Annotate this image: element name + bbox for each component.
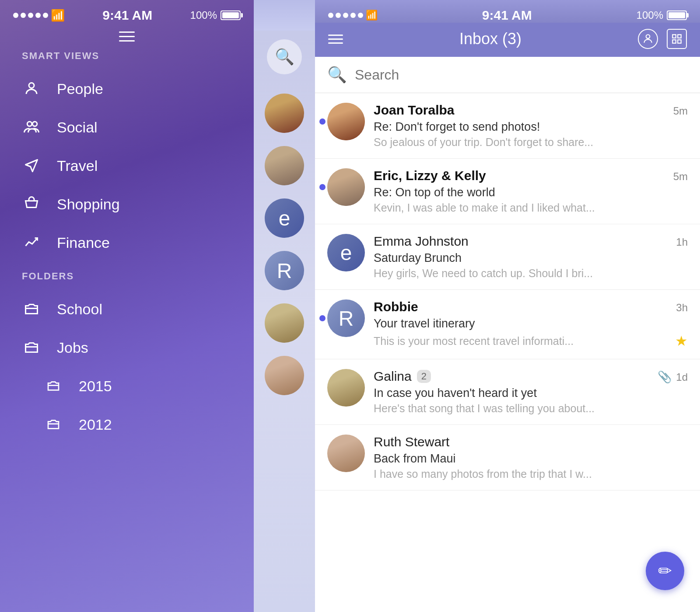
svg-point-1	[27, 122, 32, 126]
joan-top-row: Joan Toralba 5m	[374, 103, 688, 118]
battery-fill	[222, 12, 239, 18]
left-status-right: 100%	[190, 9, 241, 21]
galina-sender: Galina	[374, 369, 412, 384]
email-item-eric[interactable]: Eric, Lizzy & Kelly 5m Re: On top of the…	[315, 159, 700, 224]
robbie-unread-wrap: R	[327, 299, 365, 337]
wifi-icon: 📶	[51, 9, 65, 22]
shopping-icon	[22, 195, 41, 214]
middle-avatar-eric[interactable]	[265, 146, 304, 185]
r-dot2	[336, 13, 341, 18]
galina-top-row: Galina 2 📎 1d	[374, 369, 688, 384]
middle-avatar-emma[interactable]: e	[265, 198, 304, 238]
inbox-nav-row: Inbox (3)	[315, 23, 700, 57]
search-input[interactable]	[355, 67, 688, 83]
robbie-time: 3h	[676, 302, 688, 314]
joan-sender: Joan Toralba	[374, 103, 454, 118]
middle-avatar-ruth[interactable]	[265, 356, 304, 395]
dot1	[13, 13, 18, 18]
galina-attach-icon: 📎	[658, 370, 672, 384]
folder-2012-icon	[44, 415, 63, 434]
email-item-ruth[interactable]: Ruth Stewart Back from Maui I have so ma…	[315, 425, 700, 490]
emma-preview: Hey girls, We need to catch up. Should I…	[374, 267, 688, 280]
galina-right: 📎 1d	[658, 370, 688, 384]
eric-avatar	[327, 168, 365, 206]
svg-rect-10	[672, 40, 676, 43]
middle-status-bar	[254, 0, 315, 31]
search-bar: 🔍	[315, 57, 700, 93]
eric-unread-dot	[319, 184, 326, 190]
galina-thread-count: 2	[417, 370, 431, 383]
galina-wrap	[327, 369, 365, 407]
ruth-top-row: Ruth Stewart	[374, 435, 688, 449]
robbie-subject: Your travel itinerary	[374, 317, 688, 330]
compose-button[interactable]: ✏	[646, 552, 684, 590]
spacer	[0, 262, 254, 271]
profile-button[interactable]	[638, 29, 658, 49]
middle-panel: 🔍 e R	[254, 0, 315, 612]
right-battery-fill	[668, 12, 685, 18]
middle-avatar-robbie[interactable]: R	[265, 251, 304, 290]
sidebar-item-jobs[interactable]: Jobs	[0, 328, 254, 367]
travel-icon	[22, 156, 41, 175]
email-item-robbie[interactable]: R Robbie 3h Your travel itinerary This i…	[315, 290, 700, 359]
right-battery-pct: 100%	[637, 9, 663, 21]
galina-preview: Here's that song that I was telling you …	[374, 402, 688, 415]
inbox-title: Inbox (3)	[459, 30, 522, 48]
r-ham-1	[328, 35, 343, 36]
email-item-galina[interactable]: Galina 2 📎 1d In case you haven't heard …	[315, 359, 700, 425]
robbie-preview: This is your most recent travel informat…	[374, 335, 675, 348]
ruth-email-content: Ruth Stewart Back from Maui I have so ma…	[374, 435, 688, 480]
ruth-subject: Back from Maui	[374, 452, 688, 466]
robbie-preview-row: This is your most recent travel informat…	[374, 333, 688, 349]
email-list: Joan Toralba 5m Re: Don't forget to send…	[315, 93, 700, 612]
r-ham-3	[328, 42, 343, 44]
sidebar-item-2012[interactable]: 2012	[0, 405, 254, 444]
eric-preview: Kevin, I was able to make it and I liked…	[374, 202, 688, 214]
svg-rect-8	[672, 35, 676, 38]
sidebar-item-people[interactable]: People	[0, 70, 254, 108]
left-battery-pct: 100%	[190, 9, 217, 21]
smart-views-label: SMART VIEWS	[0, 50, 254, 70]
ruth-preview: I have so many photos from the trip that…	[374, 468, 688, 480]
right-hamburger-button[interactable]	[328, 35, 343, 44]
sidebar-item-finance[interactable]: Finance	[0, 223, 254, 262]
layout-button[interactable]	[667, 29, 687, 49]
right-status-right: 100%	[637, 9, 687, 21]
robbie-avatar: R	[327, 299, 365, 337]
robbie-sender: Robbie	[374, 299, 418, 314]
dot4	[35, 13, 41, 18]
joan-unread-wrap	[327, 103, 365, 140]
sidebar-item-shopping[interactable]: Shopping	[0, 185, 254, 223]
left-status-left: 📶	[13, 9, 65, 22]
svg-point-0	[29, 83, 34, 88]
search-icon: 🔍	[327, 66, 347, 84]
hamburger-button[interactable]	[119, 31, 135, 42]
folders-label: FOLDERS	[0, 271, 254, 290]
emma-top-row: Emma Johnston 1h	[374, 234, 688, 249]
svg-point-7	[646, 35, 650, 38]
eric-unread-wrap	[327, 168, 365, 206]
folder-school-icon	[22, 299, 41, 319]
email-item-joan[interactable]: Joan Toralba 5m Re: Don't forget to send…	[315, 93, 700, 159]
emma-avatar: e	[327, 234, 365, 271]
galina-subject: In case you haven't heard it yet	[374, 386, 688, 400]
svg-point-2	[32, 122, 37, 126]
right-status-left: 📶	[328, 10, 378, 21]
eric-avatar-img	[327, 168, 365, 206]
joan-unread-dot	[319, 118, 326, 125]
right-wifi-icon: 📶	[366, 10, 378, 21]
people-label: People	[57, 80, 103, 97]
emma-wrap: e	[327, 234, 365, 271]
eric-subject: Re: On top of the world	[374, 186, 688, 199]
email-item-emma[interactable]: e Emma Johnston 1h Saturday Brunch Hey g…	[315, 224, 700, 290]
eric-sender: Eric, Lizzy & Kelly	[374, 168, 486, 183]
sidebar-item-travel[interactable]: Travel	[0, 146, 254, 185]
sidebar-item-school[interactable]: School	[0, 290, 254, 328]
middle-avatar-galina[interactable]	[265, 303, 304, 343]
middle-search-btn[interactable]: 🔍	[267, 39, 302, 74]
left-battery-bar	[220, 10, 241, 20]
sidebar-item-2015[interactable]: 2015	[0, 367, 254, 405]
robbie-star-icon: ★	[675, 333, 688, 349]
middle-avatar-joan[interactable]	[265, 94, 304, 133]
sidebar-item-social[interactable]: Social	[0, 108, 254, 146]
